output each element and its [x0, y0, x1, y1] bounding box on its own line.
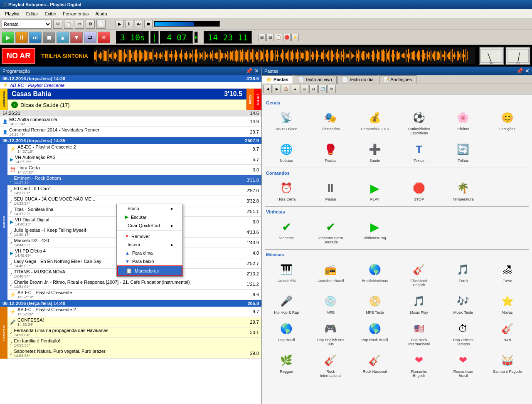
menu-playlist[interactable]: Playlist: [2, 10, 23, 17]
pastas-btn-6[interactable]: ⊟: [309, 85, 318, 93]
folder-trilhas[interactable]: 🔄 Trilhas: [442, 139, 484, 164]
ab-ec-3-item[interactable]: ⚡ AB-EC - Playlist Crescente 2 14:52:26*…: [7, 307, 261, 317]
hora-certa-item[interactable]: ⏰ Hora Certa 14:27:32* 0.0: [7, 165, 261, 175]
folder-chamadas[interactable]: 🎭 Chamadas: [309, 107, 352, 137]
folder-rock-int[interactable]: 🎸 Rock Internacional: [309, 349, 352, 379]
folder-hip-hop[interactable]: 🎤 Hip Hop & Rap: [265, 290, 308, 316]
pastas-btn-3[interactable]: 🏠: [282, 85, 290, 93]
mc-anitta-item[interactable]: 👤 MC Anitta comercial ola 14:26:34* 14.9: [0, 116, 261, 127]
confessa-item[interactable]: 🎤 CONFESSA! 14:52:34* 29.7: [7, 317, 261, 327]
folder-acustic-en[interactable]: 🎹 Acustic EN: [265, 259, 308, 289]
tab-texto-dia[interactable]: 📄 Texto do dia: [337, 75, 378, 84]
pastas-close-btn[interactable]: ✕: [525, 68, 530, 74]
folder-comerciais[interactable]: 💰 Comerciais 2015: [354, 107, 396, 137]
charlie-brown-item[interactable]: ♪ Charlie Brown Jr. - Ritmo, Ritual e Re…: [7, 279, 261, 290]
ctx-escutar[interactable]: ▶ Escutar: [117, 213, 182, 221]
folder-samba-pagode[interactable]: 🥁 Samba e Pagode: [486, 349, 529, 379]
comercial-renner-item[interactable]: 👤 Comercial Renner 2014 - Novidades Renn…: [0, 127, 261, 137]
folder-noticias[interactable]: 🌐 Noticias: [265, 139, 308, 164]
ctx-para-cima[interactable]: ▲ Para cima: [117, 249, 182, 257]
ctx-bloco[interactable]: Bloco ►: [117, 204, 182, 213]
folder-pop-rock-int[interactable]: 🇺🇸 Pop Rock Internacional: [398, 318, 440, 348]
view-btn-4[interactable]: 🔴: [283, 34, 291, 41]
pause-button[interactable]: ⏸: [15, 32, 28, 43]
folder-rnb[interactable]: 🎸 R&B: [486, 318, 529, 348]
tab-texto-vivo[interactable]: 📄 Texto ao vivo: [294, 75, 337, 84]
folder-play[interactable]: ▶ PLAY: [354, 177, 396, 203]
tab-anotacoes[interactable]: 📝 Anotações: [379, 75, 416, 84]
folder-saude[interactable]: ➕ Saude: [354, 139, 396, 164]
folder-pop-brasil[interactable]: 🌎 Pop Brasil: [265, 318, 308, 348]
folder-vinhetasprog[interactable]: ▶ VinhetasProg: [354, 216, 396, 246]
fernanda-lima-item[interactable]: ♪ Fernanda Lima na propaganda das Havaia…: [7, 327, 261, 338]
folder-temperatura[interactable]: 🌴 Temperatura: [442, 177, 484, 203]
dicas-saude-item[interactable]: + Dicas de Saúde (17): [7, 99, 246, 110]
toolbar-btn-4[interactable]: ⚙: [86, 20, 95, 29]
prog-pin-btn[interactable]: 📌: [246, 68, 253, 74]
folder-curiosidades[interactable]: ⚽ Curiosidades Esportivas: [398, 107, 440, 137]
stop-red-button[interactable]: ✕: [98, 32, 110, 43]
vol-dn-button[interactable]: ▼: [70, 32, 83, 43]
next-button[interactable]: ⏭: [29, 32, 42, 43]
crossfade-button[interactable]: ⇄: [84, 32, 96, 43]
folder-locucoes[interactable]: 😊 Locuções: [486, 107, 529, 137]
folder-vinhetas[interactable]: ✔ Vinhetas: [265, 216, 308, 246]
transport-small-stop[interactable]: ⏹: [144, 20, 153, 28]
folder-reggae[interactable]: 🌿 Reggae: [265, 349, 308, 379]
folder-forro[interactable]: 🎵 Forró: [442, 259, 484, 289]
pastas-btn-7[interactable]: 🔄: [318, 85, 327, 93]
pastas-btn-4[interactable]: ▲: [291, 85, 299, 93]
ctx-para-baixo[interactable]: ▼ Para baixo: [117, 257, 182, 265]
folder-efeitos[interactable]: 🌸 Efeitos: [442, 107, 484, 137]
folder-pop-rock-brasil[interactable]: 🌎 Pop Rock Brasil: [354, 318, 396, 348]
toolbar-btn-5[interactable]: 📄: [96, 20, 106, 29]
view-btn-3[interactable]: 📋: [275, 34, 282, 41]
view-btn-5[interactable]: ⚡: [291, 34, 299, 41]
menu-ajuda[interactable]: Ajuda: [92, 10, 110, 17]
transport-small-fwd[interactable]: ⏭: [135, 20, 143, 28]
folder-mpb[interactable]: 💿 MPB: [309, 290, 352, 316]
transport-small-pause[interactable]: ⏸: [125, 20, 133, 28]
casas-bahia-item[interactable]: Casas Bahia 3'10.5: [7, 89, 246, 99]
folder-mpb-teste[interactable]: 📀 MPB Teste: [354, 290, 396, 316]
em-familia-item[interactable]: ♪ Em família é Perdigão! 14:53:33*: [7, 338, 261, 348]
folder-textos[interactable]: T Textos: [398, 139, 440, 164]
toolbar-btn-2[interactable]: 📋: [64, 20, 73, 29]
pastas-btn-1[interactable]: ◀: [264, 85, 272, 93]
ctx-quickstart[interactable]: Criar QuickStart ►: [117, 221, 182, 230]
menu-ferramentas[interactable]: Ferramentas: [59, 10, 92, 17]
pastas-btn-5[interactable]: ⊞: [300, 85, 308, 93]
pastas-btn-2[interactable]: ▶: [273, 85, 281, 93]
folder-music-teste[interactable]: 🎶 Music Teste: [442, 290, 484, 316]
ctx-inserir[interactable]: Inserir ►: [117, 240, 182, 249]
toolbar-btn-3[interactable]: ✂: [75, 20, 84, 29]
play-button[interactable]: ▶: [2, 32, 14, 43]
folder-frevo[interactable]: 🏖 Frevo: [486, 259, 529, 289]
folder-piadas[interactable]: 🥊 Piadas: [309, 139, 352, 164]
tab-pastas[interactable]: 📁 Pastas: [262, 75, 293, 84]
folder-pausa[interactable]: ⏸ Pausa: [309, 177, 352, 203]
folder-novas[interactable]: ⭐ Novas: [486, 290, 529, 316]
transport-small-play[interactable]: ▶: [116, 20, 124, 28]
folder-flashback-english[interactable]: 🎸 Flashback English: [398, 259, 440, 289]
menu-exibir[interactable]: Exibir: [42, 10, 60, 17]
pastas-btn-refresh[interactable]: ↻: [328, 85, 336, 93]
ctx-remover[interactable]: ✕ Remover: [117, 232, 182, 240]
folder-rock-nacional[interactable]: 🎸 Rock Nacional: [354, 349, 396, 379]
pastas-pin-btn[interactable]: 📌: [516, 68, 523, 74]
folder-romanticas-brasil[interactable]: ❤ Romanticas Brasil: [442, 349, 484, 379]
folder-stop[interactable]: 🛑 STOP: [398, 177, 440, 203]
vol-up-button[interactable]: ▲: [57, 32, 69, 43]
folder-pop-ultimos[interactable]: ⏱ Pop Ultimos Tempos: [442, 318, 484, 348]
toolbar-btn-1[interactable]: ⚙: [53, 20, 62, 29]
folder-music-play[interactable]: 🎵 Music Play: [398, 290, 440, 316]
sabonetes-item[interactable]: ♪ Sabonetes Natura. Puro vegetal. Puro p…: [7, 348, 261, 359]
menu-editar[interactable]: Editar: [23, 10, 42, 17]
50cent-item[interactable]: ♪ 50 Cent - If I Can't 14:31:01* 2'57.0: [7, 186, 261, 196]
folder-hora-certa[interactable]: ⏰ Hora Certa: [265, 177, 308, 203]
folder-pop-english[interactable]: 🎮 Pop English 90s 80s: [309, 318, 352, 348]
folder-brasileirissimas[interactable]: 🌎 Brasileirissimas: [354, 259, 396, 289]
ab-ec-crescente-item[interactable]: ⚡ AB-EC - Playlist Crescente 14:52:18* 8…: [7, 290, 261, 300]
folder-romantic-english[interactable]: ❤ Romantic English: [398, 349, 440, 379]
eminem-item[interactable]: ♪ Eminem - Rock Bottom 14:27:32* 3'31.8: [7, 175, 261, 186]
